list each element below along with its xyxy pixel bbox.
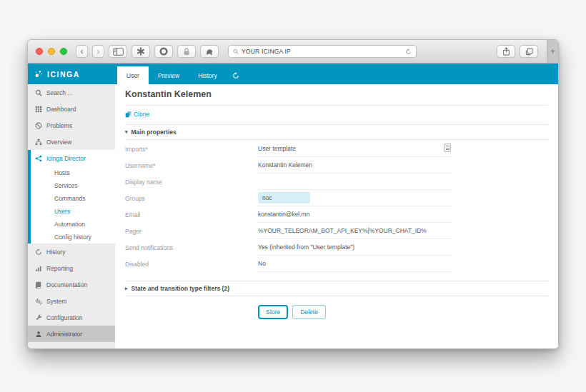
sidebar-item-overview[interactable]: Overview [28, 134, 115, 150]
field-label: Groups [125, 195, 258, 202]
app-frame: ICINGA Search ... Dashboard Problems Ov [28, 64, 558, 348]
sidebar-item-label: Configuration [46, 314, 83, 321]
sidebar-item-label: Search ... [46, 89, 72, 96]
plus-icon: + [550, 46, 555, 56]
imports-input[interactable]: User template [258, 141, 452, 157]
tab-overview-button[interactable] [520, 45, 538, 58]
username-input[interactable]: Konstantin Kelemen [258, 157, 452, 174]
field-row-send-notifications: Send notifications Yes (inherited from "… [125, 239, 548, 256]
tab-preview[interactable]: Preview [149, 66, 189, 84]
field-row-username: Username* Konstantin Kelemen [125, 157, 548, 174]
browser-titlebar: ‹ › YOUR ICINGA IP [28, 40, 558, 64]
sidebar-item-label: Commands [54, 195, 85, 202]
director-nodes-icon [35, 155, 42, 162]
caret-right-icon: ▸ [125, 286, 128, 291]
sidebar-item-system[interactable]: System [28, 293, 115, 309]
titlebar-right-buttons [497, 45, 538, 58]
sidebar-item-administrator[interactable]: Administrator [28, 326, 115, 342]
sidebar-item-configuration[interactable]: Configuration [28, 309, 115, 326]
zoom-window-button[interactable] [60, 48, 67, 55]
extension-pinwheel-button[interactable] [131, 45, 150, 58]
new-tab-button[interactable]: + [547, 40, 558, 63]
pager-input[interactable]: %YOUR_TELEGRAM_BOT_API_KEY%|%YOUR_CHAT_I… [258, 223, 452, 239]
clone-link[interactable]: Clone [125, 111, 149, 118]
sidebar-item-label: Services [54, 182, 78, 189]
sidebar-item-documentation[interactable]: Documentation [28, 276, 115, 293]
main-properties-toggle[interactable]: ▾ Main properties [125, 124, 548, 140]
caret-down-icon: ▾ [125, 129, 128, 135]
sidebar-item-icinga-director[interactable]: Icinga Director [31, 150, 115, 166]
send-notifications-select[interactable]: Yes (inherited from "User template") [258, 239, 452, 256]
lock-extension-button[interactable] [177, 45, 196, 58]
reload-button[interactable] [405, 49, 412, 55]
sidebar-item-label: Problems [46, 122, 72, 129]
tab-overview-icon [525, 48, 533, 56]
section-title: Main properties [131, 129, 177, 136]
share-button[interactable] [497, 45, 515, 58]
disabled-select[interactable]: No [258, 256, 452, 272]
field-value: konstantin@kel.mn [258, 211, 309, 218]
groups-input[interactable]: noc [258, 190, 452, 206]
address-bar[interactable]: YOUR ICINGA IP [228, 45, 417, 58]
display-name-input[interactable] [258, 174, 452, 190]
sidebar-item-history[interactable]: History [28, 243, 115, 260]
forward-icon: › [97, 47, 100, 56]
sidebar: ICINGA Search ... Dashboard Problems Ov [28, 64, 115, 348]
field-value: Yes (inherited from "User template") [258, 243, 354, 251]
sidebar-item-label: Hosts [54, 169, 70, 176]
sidebar-item-label: Automation [54, 221, 85, 228]
delete-button[interactable]: Delete [292, 305, 326, 319]
tab-bar: User Preview History [115, 64, 558, 84]
gears-icon [35, 298, 42, 305]
sidebar-item-label: History [46, 248, 65, 256]
sidebar-item-config-history[interactable]: Config history [31, 231, 115, 243]
dashboard-grid-icon [35, 106, 42, 113]
tab-user[interactable]: User [117, 66, 149, 84]
refresh-tab-button[interactable] [227, 66, 245, 84]
field-value: Konstantin Kelemen [258, 161, 312, 169]
search-icon [35, 89, 42, 96]
user-form: Konstantin Kelemen Clone ▾ Main properti… [115, 84, 558, 348]
field-row-pager: Pager %YOUR_TELEGRAM_BOT_API_KEY%|%YOUR_… [125, 223, 548, 239]
sidebar-item-label: System [46, 298, 66, 305]
sidebar-item-label: Config history [54, 233, 91, 241]
book-icon [35, 281, 42, 288]
tab-history[interactable]: History [189, 66, 226, 84]
sidebar-item-users[interactable]: Users [31, 205, 115, 218]
sidebar-item-services[interactable]: Services [31, 179, 115, 192]
field-value: User template [258, 145, 296, 152]
ring-icon [159, 47, 168, 56]
field-row-disabled: Disabled No [125, 256, 548, 272]
animal-icon [205, 48, 214, 56]
extension-ring-button[interactable] [154, 45, 173, 58]
close-window-button[interactable] [36, 48, 43, 55]
wrench-icon [35, 314, 42, 321]
browser-window: ‹ › YOUR ICINGA IP [27, 39, 559, 349]
sidebar-item-dashboard[interactable]: Dashboard [28, 101, 115, 117]
sidebar-item-automation[interactable]: Automation [31, 218, 115, 231]
sidebar-item-problems[interactable]: Problems [28, 117, 115, 134]
sidebar-item-label: Documentation [46, 281, 87, 288]
clone-icon [125, 111, 131, 118]
forward-button[interactable]: › [92, 45, 104, 58]
minimize-window-button[interactable] [48, 48, 55, 55]
sort-list-icon[interactable] [444, 144, 451, 152]
page-title: Konstantin Kelemen [125, 89, 548, 106]
field-label: Display name [125, 179, 258, 186]
url-text: YOUR ICINGA IP [242, 48, 291, 55]
back-button[interactable]: ‹ [76, 45, 88, 58]
sidebar-toggle-button[interactable] [109, 45, 127, 58]
sidebar-item-hosts[interactable]: Hosts [31, 166, 115, 179]
group-chip[interactable]: noc [258, 192, 310, 203]
user-icon [35, 331, 42, 338]
traffic-lights [36, 48, 67, 55]
email-input[interactable]: konstantin@kel.mn [258, 206, 452, 223]
sidebar-item-label: Administrator [46, 331, 82, 338]
store-button[interactable]: Store [258, 305, 288, 319]
sidebar-item-commands[interactable]: Commands [31, 192, 115, 205]
extension-animal-button[interactable] [200, 45, 219, 58]
filters-toggle[interactable]: ▸ State and transition type filters (2) [125, 281, 548, 296]
icinga-logo-text: ICINGA [47, 70, 80, 79]
sidebar-item-reporting[interactable]: Reporting [28, 260, 115, 276]
sidebar-item-search[interactable]: Search ... [28, 84, 115, 101]
